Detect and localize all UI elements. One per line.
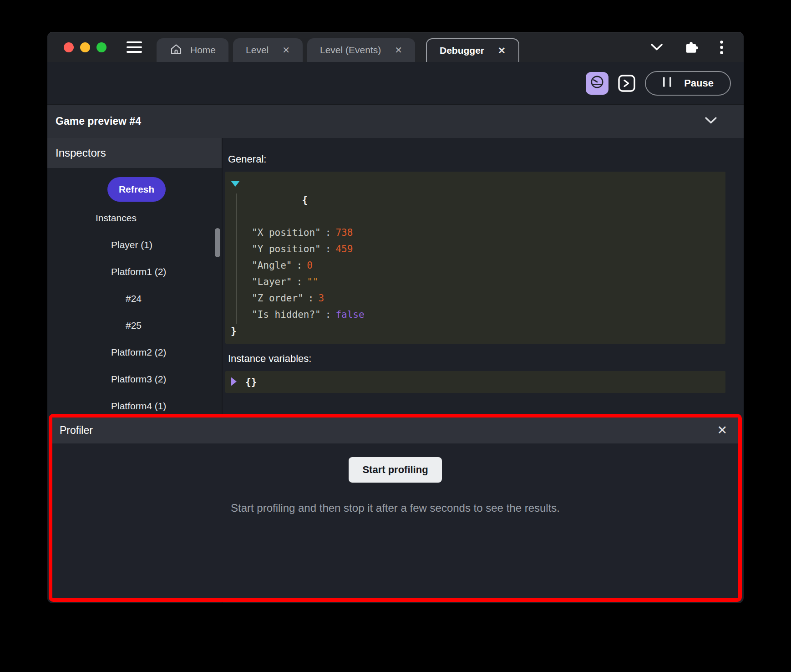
collapse-triangle-icon[interactable] — [231, 181, 240, 187]
chevron-down-icon[interactable] — [705, 117, 717, 126]
instance-variables-json-view: {} — [225, 371, 725, 393]
home-icon — [169, 42, 183, 58]
app-window: Home Level ✕ Level (Events) ✕ Debugger ✕ — [47, 32, 744, 603]
console-button[interactable] — [618, 74, 636, 92]
profiler-header: Profiler ✕ — [52, 417, 738, 443]
tab-home[interactable]: Home — [157, 38, 228, 62]
profiler-hint-text: Start profiling and then stop it after a… — [231, 502, 560, 514]
sidebar-scrollbar[interactable] — [215, 228, 220, 257]
inspectors-tree: Instances Player (1) Platform1 (2) #24 #… — [47, 204, 222, 419]
profiler-title: Profiler — [60, 424, 93, 437]
maximize-window-button[interactable] — [96, 42, 106, 52]
pause-icon — [662, 76, 672, 91]
json-entry: "Y position":459 — [225, 241, 725, 257]
tab-debugger[interactable]: Debugger ✕ — [426, 38, 519, 62]
tab-label: Level — [246, 45, 269, 56]
general-json-view: { "X position":738 "Y position":459 "Ang… — [225, 172, 725, 344]
start-profiling-button[interactable]: Start profiling — [349, 457, 441, 483]
json-close-row: } — [225, 323, 725, 339]
refresh-button[interactable]: Refresh — [107, 177, 166, 202]
inspectors-header: Inspectors — [47, 138, 222, 168]
pause-button[interactable]: Pause — [645, 71, 731, 96]
tab-label: Home — [190, 45, 216, 56]
kebab-menu-icon[interactable] — [720, 40, 724, 55]
json-entry: "Angle":0 — [225, 257, 725, 274]
tree-item-25[interactable]: #25 — [47, 312, 222, 339]
expand-triangle-icon[interactable] — [231, 377, 237, 386]
tree-item-24[interactable]: #24 — [47, 285, 222, 312]
tab-level-events[interactable]: Level (Events) ✕ — [307, 38, 415, 62]
json-entry: "Is hidden?":false — [225, 306, 725, 323]
general-label: General: — [228, 153, 725, 165]
close-window-button[interactable] — [64, 42, 74, 52]
close-icon[interactable]: ✕ — [717, 424, 727, 437]
json-value: 0 — [307, 260, 313, 271]
json-entry: "X position":738 — [225, 224, 725, 241]
game-preview-selector[interactable]: Game preview #4 — [47, 104, 744, 138]
json-value: 3 — [318, 293, 324, 304]
traffic-lights — [64, 42, 106, 52]
profiler-panel: Profiler ✕ Start profiling Start profili… — [49, 414, 742, 602]
json-value: "" — [307, 276, 318, 287]
titlebar-actions — [650, 40, 724, 55]
tree-item-platform3[interactable]: Platform3 (2) — [47, 366, 222, 392]
gauge-icon — [589, 75, 605, 92]
titlebar: Home Level ✕ Level (Events) ✕ Debugger ✕ — [47, 32, 744, 62]
profiler-toggle-button[interactable] — [586, 72, 608, 95]
minimize-window-button[interactable] — [80, 42, 90, 52]
tab-close-icon[interactable]: ✕ — [395, 45, 402, 56]
json-value: false — [335, 309, 364, 320]
json-root-row: { — [225, 175, 725, 224]
game-preview-title: Game preview #4 — [56, 115, 141, 127]
tree-item-platform1[interactable]: Platform1 (2) — [47, 258, 222, 285]
tree-item-instances[interactable]: Instances — [47, 204, 222, 231]
tree-item-platform2[interactable]: Platform2 (2) — [47, 339, 222, 366]
tab-close-icon[interactable]: ✕ — [498, 45, 506, 56]
pause-label: Pause — [684, 77, 714, 89]
json-value: 459 — [335, 244, 353, 255]
tab-level[interactable]: Level ✕ — [233, 38, 303, 62]
json-value: 738 — [335, 227, 353, 238]
instance-variables-value: {} — [245, 377, 257, 387]
json-entry: "Layer":"" — [225, 274, 725, 290]
tree-item-player[interactable]: Player (1) — [47, 231, 222, 258]
tab-label: Level (Events) — [320, 45, 381, 56]
debugger-toolbar: Pause — [47, 62, 744, 104]
instance-variables-label: Instance variables: — [228, 353, 725, 365]
tab-label: Debugger — [440, 45, 484, 56]
json-entry: "Z order":3 — [225, 290, 725, 306]
chevron-down-icon[interactable] — [650, 43, 663, 51]
profiler-body: Start profiling Start profiling and then… — [52, 443, 738, 598]
extensions-puzzle-icon[interactable] — [684, 40, 699, 55]
hamburger-menu-icon[interactable] — [127, 41, 142, 53]
tab-bar: Home Level ✕ Level (Events) ✕ Debugger ✕ — [157, 32, 519, 62]
tab-close-icon[interactable]: ✕ — [282, 45, 290, 56]
